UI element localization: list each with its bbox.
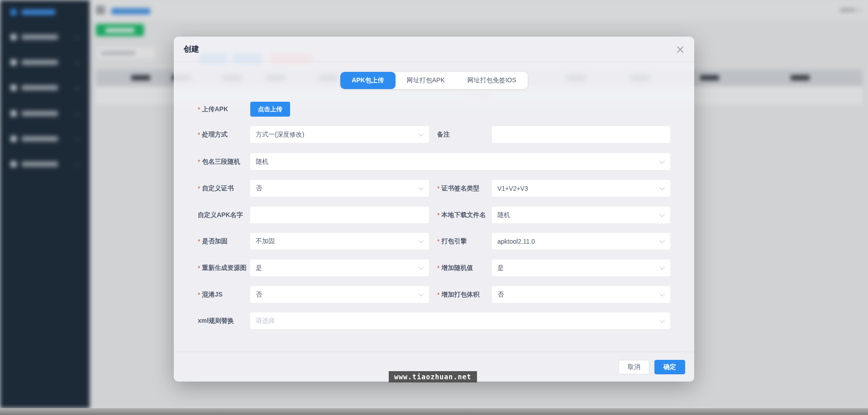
close-icon[interactable]: × (675, 45, 685, 54)
cert-sign-type-select[interactable]: V1+V2+V3 (492, 180, 670, 197)
field-label: 增加随机值 (437, 259, 473, 276)
field-label: xml规则替换 (198, 312, 234, 329)
field-label: 包名三段随机 (198, 153, 240, 170)
custom-cert-select[interactable]: 否 (250, 180, 429, 197)
field-label: 是否加固 (198, 233, 227, 250)
form-row: 自定义证书 否 证书签名类型 V1+V2+V3 (198, 180, 670, 197)
form-row: xml规则替换 请选择 (198, 312, 670, 329)
watermark: www.tiaozhuan.net (389, 371, 477, 382)
field-label: 增加打包体积 (437, 286, 479, 303)
obfuscate-js-select[interactable]: 否 (250, 286, 429, 303)
field-label: 混淆JS (198, 286, 223, 303)
field-label: 重新生成资源图 (198, 259, 246, 276)
field-label: 上传APK (198, 101, 228, 118)
upload-apk-button[interactable]: 点击上传 (250, 102, 290, 117)
field-label: 打包引擎 (437, 233, 467, 250)
create-modal: 创建 × APK包上传 网址打包APK 网址打包免签IOS 上传APK 点击上传… (174, 37, 694, 382)
field-label: 自定义APK名字 (198, 207, 243, 223)
form-row: 包名三段随机 随机 (198, 153, 670, 170)
field-label: 处理方式 (198, 126, 227, 143)
package-name-random-select[interactable]: 随机 (250, 153, 670, 170)
cancel-button[interactable]: 取消 (619, 360, 649, 374)
form-row: 混淆JS 否 增加打包体积 否 (198, 286, 670, 303)
form-row: 是否加固 不加固 打包引擎 apktool2.11.0 (198, 233, 670, 250)
form-row-upload: 上传APK 点击上传 (198, 101, 670, 118)
regen-resource-select[interactable]: 是 (250, 259, 429, 276)
field-label: 本地下载文件名 (437, 207, 486, 223)
form-row: 重新生成资源图 是 增加随机值 是 (198, 259, 670, 276)
package-engine-select[interactable]: apktool2.11.0 (492, 233, 670, 250)
remark-input[interactable] (492, 126, 670, 143)
xml-rule-select[interactable]: 请选择 (250, 312, 670, 329)
modal-title: 创建 (184, 44, 199, 54)
custom-apk-name-input[interactable] (250, 207, 429, 223)
add-random-select[interactable]: 是 (492, 259, 670, 276)
add-volume-select[interactable]: 否 (492, 286, 670, 303)
field-label: 备注 (437, 126, 450, 143)
confirm-button[interactable]: 确定 (654, 360, 685, 374)
form-row: 自定义APK名字 本地下载文件名 随机 (198, 207, 670, 223)
field-label: 证书签名类型 (437, 180, 479, 197)
hardening-select[interactable]: 不加固 (250, 233, 429, 250)
form-row: 处理方式 方式一(深度修改) 备注 (198, 126, 670, 143)
process-mode-select[interactable]: 方式一(深度修改) (250, 126, 429, 143)
local-filename-select[interactable]: 随机 (492, 207, 670, 223)
create-form: 上传APK 点击上传 处理方式 方式一(深度修改) 备注 包名三段随机 随机 自… (198, 37, 670, 382)
field-label: 自定义证书 (198, 180, 234, 197)
